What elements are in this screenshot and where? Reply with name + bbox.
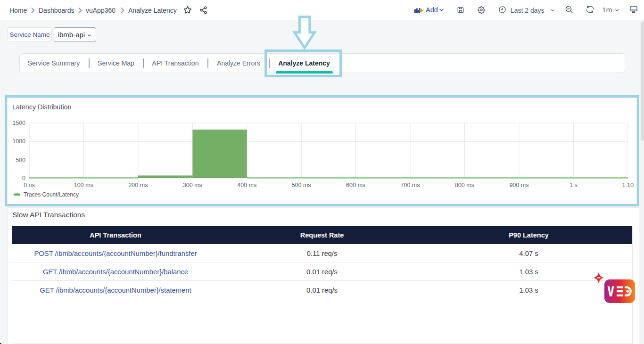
svg-text:900 ms: 900 ms xyxy=(509,182,528,188)
svg-text:700 ms: 700 ms xyxy=(401,182,420,188)
svg-text:0 ns: 0 ns xyxy=(24,182,35,188)
svg-text:500: 500 xyxy=(16,157,25,164)
svg-text:600 ms: 600 ms xyxy=(346,182,365,188)
svg-text:1 s: 1 s xyxy=(570,182,578,188)
svg-text:200 ms: 200 ms xyxy=(128,182,148,188)
svg-text:Traces Count/Latency: Traces Count/Latency xyxy=(24,191,79,198)
svg-text:1.10: 1.10 xyxy=(622,182,634,188)
svg-text:500 ms: 500 ms xyxy=(292,182,311,188)
svg-text:0: 0 xyxy=(22,175,25,181)
svg-text:300 ms: 300 ms xyxy=(183,182,202,188)
svg-text:1000: 1000 xyxy=(12,138,25,145)
svg-text:800 ms: 800 ms xyxy=(455,182,474,188)
svg-text:1500: 1500 xyxy=(12,120,25,126)
svg-text:100 ms: 100 ms xyxy=(74,182,93,188)
svg-text:400 ms: 400 ms xyxy=(237,182,256,188)
